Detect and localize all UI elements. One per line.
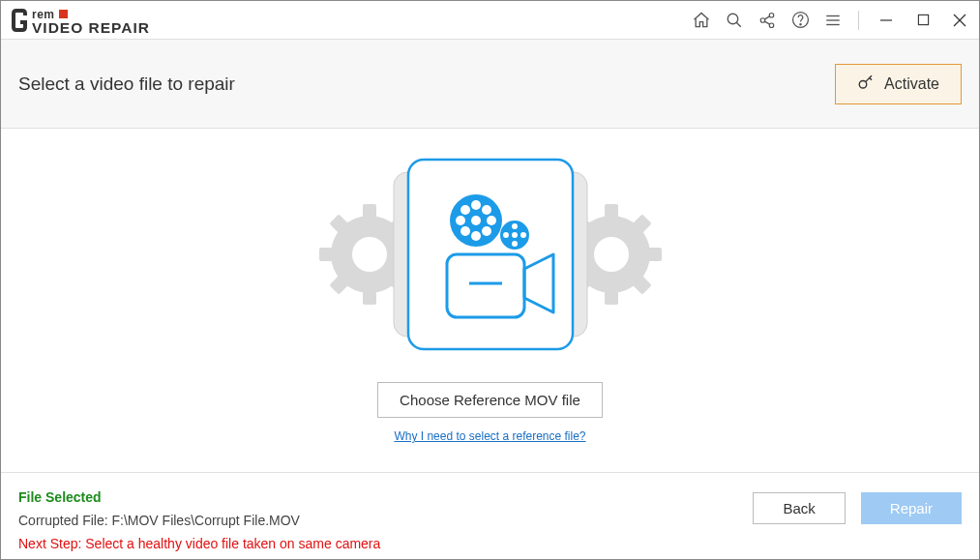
- key-icon: [857, 74, 875, 95]
- subheader: Select a video file to repair Activate: [1, 40, 979, 129]
- corrupted-file-line: Corrupted File: F:\MOV Files\Corrupt Fil…: [18, 510, 380, 533]
- title-bar-actions: [690, 7, 973, 34]
- svg-point-6: [760, 17, 765, 22]
- close-button[interactable]: [946, 7, 973, 34]
- minimize-button[interactable]: [873, 7, 900, 34]
- video-illustration: [316, 158, 665, 351]
- app-logo: rem VIDEO REPAIR: [11, 5, 185, 36]
- title-bar: rem VIDEO REPAIR: [1, 1, 979, 40]
- activate-label: Activate: [884, 75, 939, 93]
- svg-rect-16: [918, 15, 928, 24]
- svg-point-41: [594, 237, 629, 272]
- reference-help-link[interactable]: Why I need to select a reference file?: [394, 429, 585, 443]
- svg-rect-23: [363, 204, 376, 218]
- svg-point-5: [769, 13, 774, 17]
- svg-point-52: [482, 205, 491, 215]
- svg-point-49: [471, 231, 481, 241]
- corrupted-file-label: Corrupted File:: [18, 513, 111, 528]
- svg-line-4: [736, 22, 741, 27]
- home-icon[interactable]: [690, 9, 713, 32]
- help-icon[interactable]: [788, 9, 812, 32]
- svg-point-3: [728, 14, 738, 24]
- next-step-hint: Next Step: Select a healthy video file t…: [18, 533, 380, 556]
- svg-point-47: [471, 216, 481, 225]
- svg-rect-33: [605, 204, 618, 218]
- svg-point-50: [456, 216, 465, 225]
- svg-point-60: [503, 232, 509, 238]
- share-icon[interactable]: [756, 9, 779, 32]
- repair-button[interactable]: Repair: [861, 492, 962, 524]
- footer-info: File Selected Corrupted File: F:\MOV Fil…: [18, 486, 380, 555]
- svg-point-55: [460, 226, 470, 236]
- svg-rect-36: [648, 248, 662, 261]
- svg-point-57: [512, 232, 518, 238]
- svg-rect-1: [59, 10, 68, 18]
- activate-button[interactable]: Activate: [835, 64, 962, 104]
- file-selected-label: File Selected: [18, 486, 380, 510]
- svg-point-7: [769, 23, 774, 28]
- svg-point-59: [512, 241, 518, 247]
- svg-point-11: [799, 24, 800, 25]
- svg-point-51: [487, 216, 496, 225]
- footer-actions: Back Repair: [753, 492, 962, 524]
- maximize-button[interactable]: [909, 7, 936, 34]
- svg-text:VIDEO REPAIR: VIDEO REPAIR: [32, 19, 150, 36]
- divider: [858, 11, 859, 30]
- svg-point-53: [460, 205, 470, 215]
- corrupted-file-path: F:\MOV Files\Corrupt File.MOV: [111, 513, 299, 528]
- svg-point-48: [471, 200, 481, 210]
- svg-line-21: [870, 77, 872, 79]
- svg-rect-34: [605, 291, 618, 305]
- svg-point-58: [512, 223, 518, 229]
- svg-point-31: [352, 237, 387, 272]
- svg-rect-25: [319, 248, 333, 261]
- back-button[interactable]: Back: [753, 492, 845, 524]
- svg-rect-24: [363, 291, 376, 305]
- footer: File Selected Corrupted File: F:\MOV Fil…: [1, 472, 979, 559]
- menu-icon[interactable]: [821, 9, 845, 32]
- choose-reference-button[interactable]: Choose Reference MOV file: [377, 382, 603, 418]
- svg-point-61: [520, 232, 526, 238]
- search-icon[interactable]: [723, 9, 746, 32]
- svg-point-54: [482, 226, 491, 236]
- svg-line-9: [764, 21, 769, 24]
- svg-line-8: [764, 15, 769, 18]
- page-title: Select a video file to repair: [18, 74, 235, 95]
- main-content: Choose Reference MOV file Why I need to …: [1, 129, 979, 472]
